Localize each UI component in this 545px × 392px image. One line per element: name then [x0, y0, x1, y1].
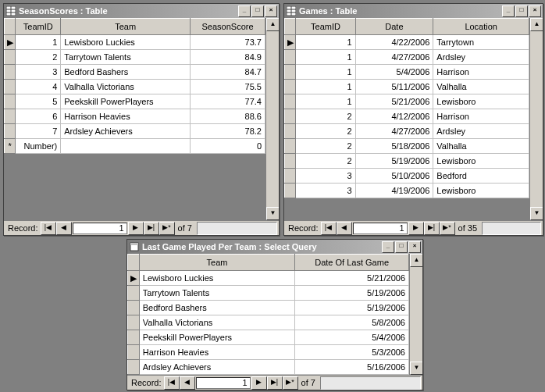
cell[interactable]: 2	[16, 50, 61, 65]
cell[interactable]: 5/16/2006	[295, 360, 409, 375]
row-selector[interactable]: ▶	[128, 271, 140, 286]
table-row[interactable]: 24/27/2006Ardsley	[285, 124, 529, 139]
table-row[interactable]: Ardsley Achievers5/16/2006	[128, 360, 409, 375]
row-selector[interactable]	[5, 109, 16, 124]
titlebar[interactable]: SeasonScores : Table _ □ ×	[4, 4, 279, 18]
prev-record-button[interactable]: ◀	[56, 222, 72, 235]
table-row[interactable]: ▶1Lewisboro Luckies73.7	[5, 35, 265, 50]
table-row[interactable]: 25/18/2006Valhalla	[285, 139, 529, 154]
cell[interactable]: Harrison Heavies	[61, 109, 191, 124]
cell[interactable]: Lewisboro	[433, 184, 529, 198]
row-selector[interactable]	[128, 301, 140, 315]
cell[interactable]: 5/11/2006	[355, 80, 433, 94]
row-selector[interactable]	[128, 315, 140, 330]
cell[interactable]: 5/19/2006	[295, 301, 409, 315]
cell[interactable]: 75.5	[191, 80, 265, 94]
next-record-button[interactable]: ▶	[408, 222, 424, 235]
cell[interactable]: 2	[296, 154, 355, 169]
cell[interactable]: Ardsley	[433, 124, 529, 139]
cell[interactable]: 5/21/2006	[295, 271, 409, 286]
scroll-down-button[interactable]: ▼	[410, 362, 422, 375]
scroll-up-button[interactable]: ▲	[410, 254, 422, 267]
cell[interactable]: 88.6	[191, 109, 265, 124]
cell[interactable]: 2	[296, 124, 355, 139]
row-selector[interactable]	[285, 109, 296, 124]
cell[interactable]: Ardsley Achievers	[139, 360, 294, 375]
cell[interactable]: 5/10/2006	[355, 169, 433, 184]
cell[interactable]: 78.2	[191, 124, 265, 139]
table-row[interactable]: 25/19/2006Lewisboro	[285, 154, 529, 169]
cell[interactable]: 4/19/2006	[355, 184, 433, 198]
row-selector[interactable]	[285, 65, 296, 80]
row-selector[interactable]	[285, 94, 296, 109]
last-record-button[interactable]: ▶|	[144, 222, 159, 235]
row-selector[interactable]	[5, 94, 16, 109]
column-header[interactable]: TeamID	[16, 19, 61, 35]
cell[interactable]: Lewisboro Luckies	[139, 271, 294, 286]
datasheet[interactable]: TeamIDDateLocation▶14/22/2006Tarrytown14…	[284, 18, 543, 220]
row-selector[interactable]	[5, 124, 16, 139]
table-row[interactable]: 14/27/2006Ardsley	[285, 50, 529, 65]
row-selector[interactable]	[285, 139, 296, 154]
horizontal-scrollbar[interactable]	[482, 222, 541, 235]
first-record-button[interactable]: |◀	[321, 222, 337, 235]
scroll-down-button[interactable]: ▼	[266, 207, 279, 220]
record-number-input[interactable]	[353, 223, 408, 234]
cell[interactable]: 84.7	[191, 65, 265, 80]
next-record-button[interactable]: ▶	[251, 376, 267, 390]
minimize-button[interactable]: _	[382, 241, 394, 253]
cell[interactable]: 5/8/2006	[295, 315, 409, 330]
table-row[interactable]: 3Bedford Bashers84.7	[5, 65, 265, 80]
cell[interactable]: 1	[16, 35, 61, 50]
horizontal-scrollbar[interactable]	[320, 376, 421, 390]
column-header[interactable]: SeasonScore	[191, 19, 265, 35]
scroll-down-button[interactable]: ▼	[530, 207, 543, 220]
cell[interactable]: 84.9	[191, 50, 265, 65]
table-row[interactable]: *Number)0	[5, 139, 265, 154]
row-selector[interactable]: *	[5, 139, 16, 154]
table-row[interactable]: Harrison Heavies5/3/2006	[128, 345, 409, 360]
table-row[interactable]: Peekskill PowerPlayers5/4/2006	[128, 330, 409, 345]
titlebar[interactable]: Last Game Played Per Team : Select Query…	[127, 240, 422, 254]
row-selector[interactable]	[285, 169, 296, 184]
cell[interactable]: 7	[16, 124, 61, 139]
minimize-button[interactable]: _	[238, 5, 251, 17]
row-selector[interactable]	[285, 154, 296, 169]
cell[interactable]: Bedford Bashers	[61, 65, 191, 80]
cell[interactable]: 3	[16, 65, 61, 80]
first-record-button[interactable]: |◀	[164, 376, 180, 390]
cell[interactable]: 5	[16, 94, 61, 109]
horizontal-scrollbar[interactable]	[197, 222, 277, 235]
cell[interactable]: 0	[191, 139, 265, 154]
cell[interactable]: Number)	[16, 139, 61, 154]
row-selector-header[interactable]	[5, 19, 16, 35]
cell[interactable]: 4/27/2006	[355, 50, 433, 65]
row-selector[interactable]	[285, 184, 296, 198]
cell[interactable]: Tarrytown	[433, 35, 529, 50]
cell[interactable]: Tarrytown Talents	[61, 50, 191, 65]
row-selector[interactable]	[285, 50, 296, 65]
cell[interactable]: 4/27/2006	[355, 124, 433, 139]
maximize-button[interactable]: □	[251, 5, 264, 17]
cell[interactable]: Valhalla Victorians	[61, 80, 191, 94]
minimize-button[interactable]: _	[502, 5, 515, 17]
record-number-input[interactable]	[196, 377, 251, 389]
scroll-up-button[interactable]: ▲	[530, 18, 543, 31]
column-header[interactable]: Team	[139, 255, 294, 271]
row-selector[interactable]: ▶	[285, 35, 296, 50]
table-row[interactable]: 15/11/2006Valhalla	[285, 80, 529, 94]
row-selector-header[interactable]	[128, 255, 140, 271]
cell[interactable]: 1	[296, 35, 355, 50]
cell[interactable]: 4/12/2006	[355, 109, 433, 124]
table-row[interactable]: 34/19/2006Lewisboro	[285, 184, 529, 198]
vertical-scrollbar[interactable]: ▲ ▼	[409, 254, 422, 375]
close-button[interactable]: ×	[408, 241, 421, 253]
cell[interactable]: 5/18/2006	[355, 139, 433, 154]
cell[interactable]: 5/4/2006	[355, 65, 433, 80]
row-selector-header[interactable]	[285, 19, 296, 35]
column-header[interactable]: Location	[433, 19, 529, 35]
new-record-button[interactable]: ▶*	[440, 222, 455, 235]
cell[interactable]: Ardsley Achievers	[61, 124, 191, 139]
cell[interactable]: Harrison	[433, 65, 529, 80]
row-selector[interactable]	[285, 124, 296, 139]
